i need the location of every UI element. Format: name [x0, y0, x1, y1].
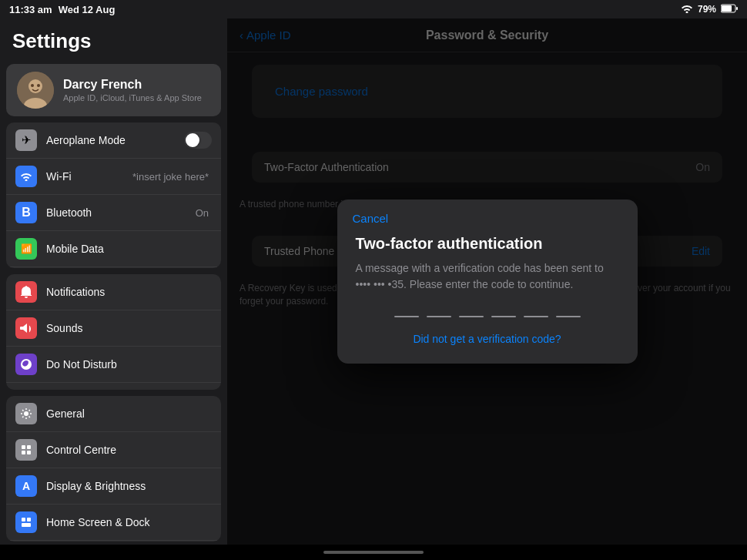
home-indicator	[0, 545, 747, 560]
profile-name: Darcy French	[63, 78, 210, 92]
sidebar-item-aeroplane-mode[interactable]: ✈ Aeroplane Mode	[6, 122, 221, 159]
svg-rect-2	[736, 7, 738, 10]
svg-rect-10	[22, 445, 25, 449]
phone-number: •••• ••• •35	[356, 278, 404, 290]
home-screen-label: Home Screen & Dock	[46, 516, 212, 528]
mobile-data-icon: 📶	[15, 238, 37, 260]
wifi-icon	[681, 4, 693, 15]
aeroplane-icon: ✈	[15, 129, 37, 151]
dnd-label: Do Not Disturb	[46, 358, 212, 371]
aeroplane-label: Aeroplane Mode	[46, 134, 178, 146]
cancel-button[interactable]: Cancel	[353, 212, 389, 225]
sidebar-item-control-centre[interactable]: Control Centre	[6, 432, 221, 468]
dialog-header: Cancel	[337, 200, 638, 225]
svg-rect-15	[27, 518, 31, 521]
sidebar-section-preferences: General Control Centre A Display & Brigh…	[6, 396, 221, 542]
sidebar-item-bluetooth[interactable]: B Bluetooth On	[6, 195, 221, 231]
svg-rect-1	[722, 5, 732, 12]
svg-point-9	[24, 411, 28, 416]
svg-rect-14	[22, 518, 25, 521]
avatar	[17, 72, 54, 109]
dialog-overlay: Cancel Two-factor authentication A messa…	[227, 18, 747, 545]
battery-icon	[721, 4, 738, 15]
sidebar-item-display-brightness[interactable]: A Display & Brightness	[6, 468, 221, 505]
code-input-3[interactable]	[459, 316, 484, 317]
home-screen-icon	[15, 511, 37, 533]
status-bar: 11:33 am Wed 12 Aug 79%	[0, 0, 747, 18]
sounds-icon	[15, 317, 37, 339]
sidebar-item-screen-time[interactable]: Screen Time	[6, 383, 221, 391]
control-centre-icon	[15, 439, 37, 461]
notifications-label: Notifications	[46, 286, 212, 298]
code-input-5[interactable]	[524, 316, 548, 317]
bluetooth-value: On	[196, 207, 209, 219]
bluetooth-icon: B	[15, 202, 37, 223]
right-panel: ‹ Apple ID Password & Security Change pa…	[227, 18, 747, 545]
sidebar-section-system: Notifications Sounds Do Not Disturb Scre…	[6, 274, 221, 391]
profile-sub: Apple ID, iCloud, iTunes & App Store	[63, 93, 210, 102]
status-bar-left: 11:33 am Wed 12 Aug	[9, 4, 115, 15]
profile-info: Darcy French Apple ID, iCloud, iTunes & …	[63, 78, 210, 102]
sidebar-item-home-screen-dock[interactable]: Home Screen & Dock	[6, 505, 221, 541]
code-input-2[interactable]	[427, 316, 451, 317]
svg-point-7	[37, 84, 40, 87]
code-input-row[interactable]	[337, 308, 638, 333]
time: 11:33 am	[9, 4, 52, 15]
svg-rect-16	[22, 523, 31, 527]
bluetooth-label: Bluetooth	[46, 206, 196, 219]
dnd-icon	[15, 354, 37, 375]
sidebar-item-notifications[interactable]: Notifications	[6, 274, 221, 310]
general-icon	[15, 403, 37, 424]
wifi-icon-sidebar	[15, 166, 37, 187]
notifications-icon	[15, 281, 37, 303]
two-factor-dialog: Cancel Two-factor authentication A messa…	[337, 200, 638, 364]
home-bar	[323, 551, 424, 554]
svg-rect-13	[27, 451, 31, 454]
sounds-label: Sounds	[46, 322, 212, 334]
no-code-link[interactable]: Did not get a verification code?	[337, 333, 638, 364]
svg-rect-11	[27, 445, 31, 449]
date: Wed 12 Aug	[59, 4, 116, 15]
code-input-6[interactable]	[556, 316, 581, 317]
svg-rect-12	[22, 451, 25, 454]
aeroplane-toggle[interactable]	[184, 132, 212, 149]
profile-row[interactable]: Darcy French Apple ID, iCloud, iTunes & …	[6, 64, 221, 116]
status-bar-right: 79%	[681, 4, 738, 15]
sidebar-item-dnd[interactable]: Do Not Disturb	[6, 347, 221, 383]
sidebar-item-sounds[interactable]: Sounds	[6, 310, 221, 347]
svg-point-6	[31, 84, 34, 87]
wifi-value: *insert joke here*	[132, 171, 209, 183]
sidebar-item-accessibility[interactable]: ♿ Accessibility	[6, 541, 221, 542]
battery: 79%	[698, 4, 716, 15]
display-brightness-label: Display & Brightness	[46, 480, 212, 492]
code-input-4[interactable]	[491, 316, 516, 317]
mobile-data-label: Mobile Data	[46, 243, 212, 255]
sidebar-item-wifi[interactable]: Wi-Fi *insert joke here*	[6, 159, 221, 195]
display-brightness-icon: A	[15, 475, 37, 497]
general-label: General	[46, 407, 212, 420]
sidebar-item-vpn[interactable]: VPN VPN	[6, 267, 221, 268]
screen-time-icon	[15, 390, 37, 391]
sidebar: Settings Darcy French Apple ID, iCloud, …	[0, 18, 227, 545]
main-layout: Settings Darcy French Apple ID, iCloud, …	[0, 18, 747, 545]
dialog-title: Two-factor authentication	[337, 225, 638, 260]
settings-title: Settings	[0, 18, 227, 61]
wifi-label: Wi-Fi	[46, 170, 132, 183]
control-centre-label: Control Centre	[46, 444, 212, 456]
sidebar-item-general[interactable]: General	[6, 396, 221, 432]
sidebar-section-network: ✈ Aeroplane Mode Wi-Fi *insert joke here…	[6, 122, 221, 268]
sidebar-item-mobile-data[interactable]: 📶 Mobile Data	[6, 231, 221, 267]
dialog-message: A message with a verification code has b…	[337, 260, 638, 308]
code-input-1[interactable]	[394, 316, 419, 317]
